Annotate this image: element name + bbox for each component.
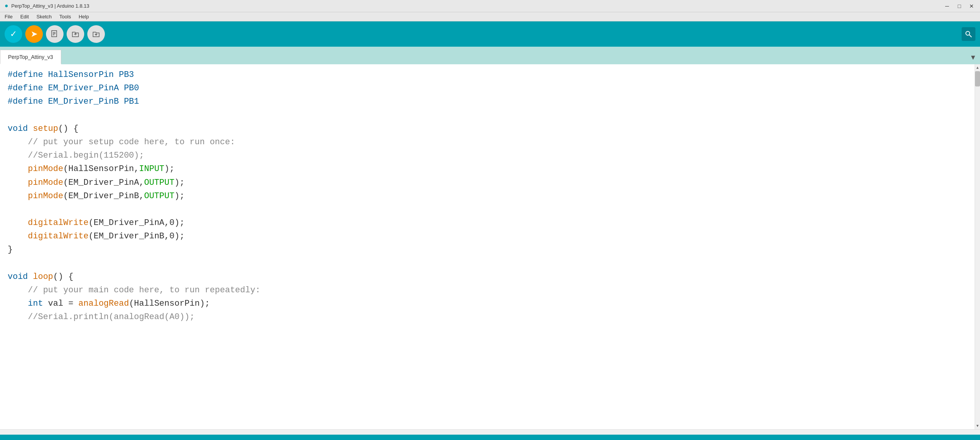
search-button[interactable]	[962, 27, 975, 41]
tab-bar: PerpTop_Attiny_v3 ▼	[0, 47, 980, 64]
title-text: PerpTop_Attiny_v3 | Arduino 1.8.13	[11, 3, 90, 9]
open-icon	[71, 30, 80, 38]
save-icon	[92, 30, 100, 38]
scrollbar-right[interactable]: ▲ ▼	[975, 64, 980, 429]
toolbar: ✓ ➤	[0, 21, 980, 47]
svg-point-6	[966, 31, 970, 35]
open-button[interactable]	[67, 25, 84, 43]
toolbar-search-area	[962, 27, 975, 41]
tab-perpTop[interactable]: PerpTop_Attiny_v3	[0, 50, 61, 64]
minimize-button[interactable]: ─	[943, 2, 951, 10]
menu-bar: File Edit Sketch Tools Help	[0, 12, 980, 21]
title-bar: ● PerpTop_Attiny_v3 | Arduino 1.8.13 ─ □…	[0, 0, 980, 12]
scroll-down-arrow[interactable]: ▼	[975, 422, 980, 429]
menu-help[interactable]: Help	[75, 13, 92, 20]
menu-tools[interactable]: Tools	[56, 13, 74, 20]
new-button[interactable]	[46, 25, 64, 43]
scrollbar-bottom[interactable]	[0, 429, 980, 435]
close-button[interactable]: ✕	[968, 2, 975, 10]
menu-edit[interactable]: Edit	[17, 13, 32, 20]
app-icon: ●	[5, 3, 8, 10]
menu-sketch[interactable]: Sketch	[33, 13, 55, 20]
tab-label: PerpTop_Attiny_v3	[8, 54, 53, 60]
scrollbar-track[interactable]	[975, 71, 980, 422]
menu-file[interactable]: File	[2, 13, 16, 20]
search-icon	[965, 30, 972, 38]
scroll-up-arrow[interactable]: ▲	[975, 64, 980, 71]
editor-area: #define HallSensorPin PB3 #define EM_Dri…	[0, 64, 980, 429]
title-bar-left: ● PerpTop_Attiny_v3 | Arduino 1.8.13	[5, 3, 89, 10]
maximize-button[interactable]: □	[956, 2, 963, 10]
tab-dropdown-button[interactable]: ▼	[966, 51, 980, 64]
new-icon	[51, 30, 59, 38]
status-bar	[0, 435, 980, 440]
scrollbar-thumb[interactable]	[975, 71, 980, 86]
code-editor[interactable]: #define HallSensorPin PB3 #define EM_Dri…	[0, 64, 975, 429]
upload-button[interactable]: ➤	[25, 25, 43, 43]
save-button[interactable]	[87, 25, 105, 43]
verify-button[interactable]: ✓	[5, 25, 22, 43]
svg-line-7	[969, 35, 972, 37]
title-bar-controls[interactable]: ─ □ ✕	[943, 2, 975, 10]
